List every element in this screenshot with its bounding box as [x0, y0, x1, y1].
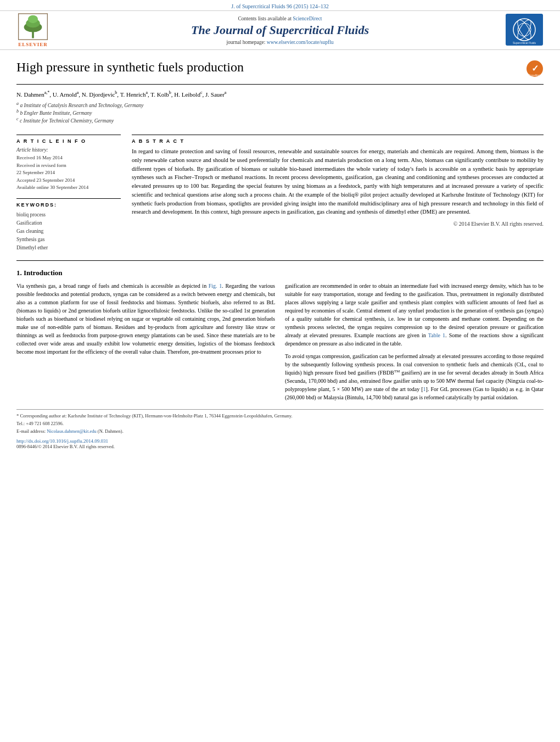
revised-label: Received in revised form — [16, 162, 121, 170]
elsevier-label: ELSEVIER — [18, 42, 48, 47]
abstract-text: In regard to climate protection and savi… — [132, 147, 544, 216]
journal-logo: Supercritical Fluids — [505, 13, 544, 47]
elsevier-tree-icon — [16, 13, 49, 41]
keyword-4: Synthesis gas — [16, 236, 121, 244]
doi-url-link[interactable]: http://dx.doi.org/10.1016/j.supflu.2014.… — [16, 438, 108, 444]
corresponding-author-note: * Corresponding author at: Karlsruhe Ins… — [16, 413, 544, 420]
homepage-line: journal homepage: www.elsevier.com/locat… — [55, 40, 505, 45]
article-info-bar: J. of Supercritical Fluids 96 (2015) 124… — [0, 0, 560, 10]
crossmark-icon: ✓ CrossMark — [526, 60, 544, 77]
article-info-col: A R T I C L E I N F O Article history: R… — [16, 135, 121, 252]
svg-text:Supercritical Fluids: Supercritical Fluids — [513, 41, 536, 44]
email-note: E-mail address: Nicolaus.dahmen@kit.edu … — [16, 428, 544, 435]
svg-text:CrossMark: CrossMark — [529, 74, 541, 77]
doi-link: http://dx.doi.org/10.1016/j.supflu.2014.… — [16, 438, 544, 444]
journal-title-block: Contents lists available at ScienceDirec… — [55, 16, 505, 45]
keyword-1: bioliq process — [16, 211, 121, 219]
keyword-3: Gas cleaning — [16, 227, 121, 236]
elsevier-logo: ELSEVIER — [11, 13, 55, 47]
intro-body-columns: Via synthesis gas, a broad range of fuel… — [16, 282, 544, 401]
authors-line: N. Dahmena,*, U. Arnolda, N. Djordjevicb… — [16, 90, 544, 98]
accepted-date: Accepted 23 September 2014 — [16, 177, 121, 185]
authors-section: N. Dahmena,*, U. Arnolda, N. Djordjevicb… — [16, 85, 544, 127]
received-date: Received 16 May 2014 — [16, 154, 121, 162]
introduction-section: 1. Introduction Via synthesis gas, a bro… — [16, 269, 544, 401]
revised-date: 22 September 2014 — [16, 169, 121, 177]
author-email-link[interactable]: Nicolaus.dahmen@kit.edu — [47, 428, 96, 434]
affiliation-b: b b Engler Bunte Institute, Germany — [16, 109, 544, 116]
online-date: Available online 30 September 2014 — [16, 184, 121, 192]
keywords-box: Keywords: bioliq process Gasification Ga… — [16, 198, 121, 253]
keyword-2: Gasification — [16, 219, 121, 227]
intro-section-title: 1. Introduction — [16, 269, 544, 277]
supercritical-fluids-logo-icon: Supercritical Fluids — [505, 13, 544, 46]
tel-note: Tel.: +49 721 608 22596. — [16, 421, 544, 427]
affiliation-c: c c Institute for Technical Chemistry, G… — [16, 116, 544, 124]
license-text: 0896-8446/© 2014 Elsevier B.V. All right… — [16, 444, 544, 449]
abstract-heading: A B S T R A C T — [132, 138, 544, 144]
section-divider — [16, 260, 544, 261]
article-info-heading: A R T I C L E I N F O — [16, 138, 121, 144]
main-content: High pressure in synthetic fuels product… — [0, 50, 560, 449]
intro-left-col: Via synthesis gas, a broad range of fuel… — [16, 282, 275, 401]
article-meta-section: A R T I C L E I N F O Article history: R… — [16, 135, 544, 252]
crossmark-logo: ✓ CrossMark — [526, 60, 544, 79]
article-title-section: High pressure in synthetic fuels product… — [16, 50, 544, 85]
journal-ref: J. of Supercritical Fluids 96 (2015) 124… — [231, 3, 328, 9]
svg-text:✓: ✓ — [531, 64, 539, 73]
article-info-box: A R T I C L E I N F O Article history: R… — [16, 135, 121, 192]
keyword-5: Dimethyl ether — [16, 244, 121, 252]
ref1-link[interactable]: 1 — [423, 386, 426, 392]
affiliations: a a Institute of Catalysis Research and … — [16, 101, 544, 124]
intro-right-col: gasification are recommended in order to… — [285, 282, 544, 401]
homepage-link[interactable]: www.elsevier.com/locate/supflu — [267, 40, 334, 45]
fig1-link[interactable]: Fig. 1 — [209, 283, 222, 289]
abstract-box: A B S T R A C T In regard to climate pro… — [132, 135, 544, 227]
history-label: Article history: — [16, 147, 121, 153]
sciencedirect-link[interactable]: ScienceDirect — [293, 16, 322, 21]
footnotes: * Corresponding author at: Karlsruhe Ins… — [16, 409, 544, 449]
contents-line: Contents lists available at ScienceDirec… — [55, 16, 505, 21]
abstract-copyright: © 2014 Elsevier B.V. All rights reserved… — [132, 221, 544, 227]
affiliation-a: a a Institute of Catalysis Research and … — [16, 101, 544, 108]
article-title: High pressure in synthetic fuels product… — [16, 60, 526, 75]
table1-link[interactable]: Table 1 — [428, 332, 445, 338]
svg-point-3 — [28, 15, 38, 24]
intro-right-text-1: gasification are recommended in order to… — [285, 282, 544, 348]
abstract-col: A B S T R A C T In regard to climate pro… — [132, 135, 544, 252]
journal-name: The Journal of Supercritical Fluids — [55, 23, 505, 37]
journal-header: ELSEVIER Contents lists available at Sci… — [0, 10, 560, 50]
keywords-heading: Keywords: — [16, 202, 121, 208]
intro-right-text-2: To avoid syngas compression, gasificatio… — [285, 352, 544, 401]
intro-left-text: Via synthesis gas, a broad range of fuel… — [16, 282, 275, 356]
